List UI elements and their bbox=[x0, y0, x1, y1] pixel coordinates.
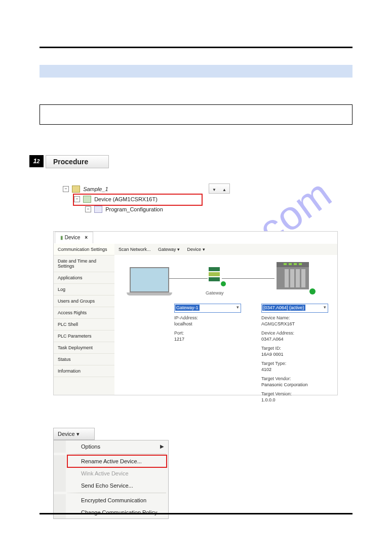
device-info: Device Name: AGM1CSRX16T Device Address:… bbox=[261, 315, 308, 403]
device-tree[interactable]: − Sample_1 − Device (AGM1CSRX16T) − Prog… bbox=[61, 183, 208, 219]
tab-device[interactable]: ▮ Device × bbox=[55, 232, 93, 243]
gateway-label: Gateway bbox=[206, 290, 224, 296]
project-icon bbox=[72, 186, 80, 193]
menu-options-label: Options bbox=[81, 444, 100, 450]
rule-bottom bbox=[40, 513, 352, 514]
sidebar-item-task-deploy[interactable]: Task Deployment bbox=[54, 342, 114, 354]
tven-label: Target Vendor: bbox=[261, 376, 291, 381]
tid-label: Target ID: bbox=[261, 346, 281, 351]
menu-rename-active-device[interactable]: Rename Active Device... bbox=[54, 455, 168, 467]
step-number-badge: 12 bbox=[29, 155, 44, 167]
collapse-icon[interactable]: − bbox=[63, 186, 69, 192]
menu-change-comm-policy[interactable]: Change Communication Policy... bbox=[54, 506, 168, 519]
plc-icon bbox=[277, 262, 309, 289]
menu-options[interactable]: Options ▶ bbox=[54, 440, 168, 453]
window-tabbar: ▮ Device × bbox=[54, 232, 337, 244]
rule-top bbox=[40, 47, 352, 48]
section-bar bbox=[40, 65, 352, 78]
ttype-value: 4102 bbox=[261, 366, 308, 373]
close-icon[interactable]: × bbox=[85, 235, 88, 240]
menu-encrypted-comm[interactable]: Encrypted Communication bbox=[54, 494, 168, 506]
sidebar-item-plc-shell[interactable]: PLC Shell bbox=[54, 319, 114, 330]
tree-root-row[interactable]: − Sample_1 bbox=[61, 183, 208, 194]
sidebar-item-comm-settings[interactable]: Communication Settings bbox=[54, 244, 114, 255]
tid-value: 16A9 0001 bbox=[261, 351, 308, 357]
step-sub: 2 bbox=[37, 159, 40, 164]
menu-body: Options ▶ Rename Active Device... Wink A… bbox=[53, 440, 169, 519]
gateway-combo-value: Gateway-1 bbox=[175, 305, 200, 311]
device-combo-value: [0347.A064] (active) bbox=[262, 305, 305, 311]
ip-label: IP-Address: bbox=[174, 315, 198, 320]
tab-icon: ▮ bbox=[60, 235, 63, 240]
gateway-info: IP-Address: localhost Port: 1217 bbox=[174, 315, 198, 342]
sidebar-item-datetime[interactable]: Date and Time and Settings bbox=[54, 255, 114, 272]
ttype-label: Target Type: bbox=[261, 361, 286, 366]
scan-network-button[interactable]: Scan Network... bbox=[119, 247, 151, 252]
device-combo[interactable]: [0347.A064] (active) bbox=[261, 304, 328, 313]
device-icon bbox=[83, 196, 91, 203]
collapse-icon[interactable]: − bbox=[74, 196, 80, 202]
gateway-combo[interactable]: Gateway-1 bbox=[174, 304, 241, 313]
collapse-icon[interactable]: − bbox=[85, 206, 91, 212]
tree-program-row[interactable]: − Program_Configuration bbox=[61, 204, 208, 214]
ip-value: localhost bbox=[174, 321, 198, 327]
devname-label: Device Name: bbox=[261, 315, 290, 320]
gateway-icon bbox=[209, 267, 220, 284]
sidebar-item-plc-params[interactable]: PLC Parameters bbox=[54, 330, 114, 342]
tree-root-label: Sample_1 bbox=[83, 186, 108, 192]
tree-device-row[interactable]: − Device (AGM1CSRX16T) bbox=[61, 194, 208, 204]
menu-send-echo[interactable]: Send Echo Service... bbox=[54, 479, 168, 492]
tver-value: 1.0.0.0 bbox=[261, 397, 308, 403]
sidebar-item-information[interactable]: Information bbox=[54, 365, 114, 377]
port-label: Port: bbox=[174, 330, 184, 336]
connector-line bbox=[222, 278, 275, 279]
connector-line bbox=[169, 278, 208, 279]
gateway-dropdown[interactable]: Gateway ▾ bbox=[158, 247, 180, 252]
step-title: Procedure bbox=[53, 158, 88, 166]
sidebar-item-log[interactable]: Log bbox=[54, 284, 114, 296]
submenu-arrow-icon: ▶ bbox=[160, 440, 164, 453]
menu-wink-active-device: Wink Active Device bbox=[54, 467, 168, 479]
tree-nav-arrows[interactable] bbox=[209, 183, 230, 194]
sidebar-item-access[interactable]: Access Rights bbox=[54, 307, 114, 319]
menu-header[interactable]: Device ▾ bbox=[53, 428, 95, 440]
menu-separator bbox=[67, 454, 166, 454]
settings-sidebar: Communication Settings Date and Time and… bbox=[54, 244, 115, 395]
tab-label: Device bbox=[65, 235, 81, 240]
device-toolbar: Scan Network... Gateway ▾ Device ▾ bbox=[114, 244, 337, 255]
device-dropdown[interactable]: Device ▾ bbox=[187, 247, 205, 252]
menu-separator bbox=[67, 493, 166, 493]
tver-label: Target Version: bbox=[261, 391, 292, 396]
device-window: ▮ Device × Communication Settings Date a… bbox=[53, 231, 338, 395]
tree-device-label: Device (AGM1CSRX16T) bbox=[94, 196, 158, 202]
step-title-box: Procedure bbox=[46, 155, 109, 168]
comm-settings-pane: Gateway Gateway-1 [0347.A064] (active) I… bbox=[114, 255, 337, 395]
devaddr-value: 0347.A064 bbox=[261, 336, 308, 342]
tven-value: Panasonic Corporation bbox=[261, 382, 308, 388]
devname-value: AGM1CSRX16T bbox=[261, 321, 308, 327]
devaddr-label: Device Address: bbox=[261, 330, 294, 336]
info-box bbox=[40, 104, 352, 125]
tree-program-label: Program_Configuration bbox=[105, 206, 163, 212]
port-value: 1217 bbox=[174, 336, 198, 342]
step-num: 1 bbox=[33, 157, 37, 165]
device-context-menu: Device ▾ Options ▶ Rename Active Device.… bbox=[53, 428, 169, 519]
program-icon bbox=[94, 206, 102, 213]
sidebar-item-status[interactable]: Status bbox=[54, 354, 114, 365]
sidebar-item-applications[interactable]: Applications bbox=[54, 272, 114, 284]
sidebar-item-users[interactable]: Users and Groups bbox=[54, 296, 114, 307]
laptop-icon bbox=[130, 267, 169, 292]
